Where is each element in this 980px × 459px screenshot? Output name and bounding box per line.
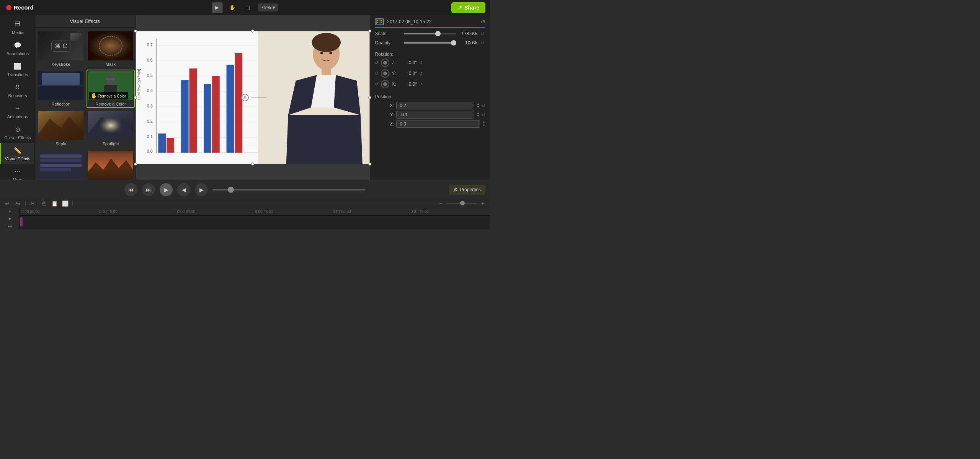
position-z-spinner[interactable]: ▲ ▼ (482, 121, 485, 127)
canvas-frame: 0.7 0.6 0.5 0.4 0.3 0.2 0.1 0.0 (136, 31, 370, 164)
undo-button[interactable]: ↩ (3, 199, 11, 208)
timeline-ruler: 0:00:00;00 0:00:15;00 0:00:30;00 0:00:45… (20, 208, 490, 216)
zoom-track[interactable] (446, 203, 477, 204)
effect-reflection[interactable]: Reflection (37, 70, 85, 108)
play-button[interactable]: ▶ (160, 183, 173, 196)
svg-rect-67 (379, 20, 380, 24)
opacity-value: 100% (459, 40, 477, 46)
sidebar-item-animations[interactable]: → Animations (0, 101, 34, 122)
resize-handle-bm[interactable] (251, 163, 254, 166)
scale-slider[interactable] (404, 33, 456, 34)
mask-thumb (88, 31, 133, 60)
effect-mask[interactable]: Mask (87, 30, 135, 68)
rotation-z-dial[interactable] (381, 59, 389, 67)
playback-thumb[interactable] (228, 187, 234, 193)
sidebar-item-annotations[interactable]: 💬 Annotations (0, 38, 34, 59)
sidebar-item-cursor-effects[interactable]: ⊙ Cursor Effects (0, 122, 34, 143)
rotation-x-axis: X: (392, 81, 399, 87)
position-y-spinner[interactable]: ▲ ▼ (477, 112, 480, 118)
copy-button[interactable]: ⎘ (39, 199, 48, 208)
sidebar-label-transitions: Transitions (7, 72, 28, 77)
opacity-slider[interactable] (404, 42, 456, 44)
rotation-y-dial[interactable] (381, 69, 389, 78)
behaviors-icon: ⠿ (13, 83, 22, 91)
zoom-out-button[interactable]: − (436, 199, 445, 208)
position-y-reset[interactable]: ↺ (482, 112, 485, 117)
effects-panel: Visual Effects ⌘ C Keystroke (34, 15, 136, 180)
x-handle[interactable]: ✕ (241, 94, 266, 101)
rotation-z-ccw[interactable]: ↺ (375, 60, 379, 65)
share-button[interactable]: ↗ Share (451, 2, 485, 13)
track-clip[interactable] (20, 217, 23, 226)
record-button[interactable]: Record (0, 4, 40, 11)
spotlight-label: Spotlight (103, 142, 119, 146)
properties-title: 2017-02-06_10-15-22 (387, 19, 431, 24)
position-z-down[interactable]: ▼ (482, 124, 485, 127)
sidebar-item-media[interactable]: 🎞 Media (0, 17, 34, 38)
properties-reset-icon[interactable]: ↺ (481, 19, 485, 25)
track-controls (7, 223, 13, 230)
opacity-reset[interactable]: ↺ (479, 40, 485, 46)
add-track-button[interactable]: + (7, 208, 13, 214)
effect-item8[interactable] (87, 149, 135, 180)
position-x-spinner[interactable]: ▲ ▼ (477, 103, 480, 109)
position-x-label: X: (375, 103, 394, 108)
expand-track-button[interactable]: ▼ (7, 216, 13, 222)
position-y-down[interactable]: ▼ (477, 115, 480, 118)
sidebar-item-visual-effects[interactable]: ✏️ Visual Effects (0, 143, 34, 164)
zoom-slider-area: − + (436, 199, 487, 208)
step-back-button[interactable]: ⏮ (124, 183, 137, 196)
rotation-y-reset[interactable]: ↺ (419, 71, 423, 76)
rotation-z-reset[interactable]: ↺ (419, 60, 423, 65)
prev-frame-button[interactable]: ◀ (177, 183, 190, 196)
gear-icon: ⚙ (454, 187, 458, 192)
scale-thumb[interactable] (435, 31, 441, 36)
effect-sepia[interactable]: Sepia (37, 109, 85, 148)
rotation-y-axis: Y: (392, 71, 399, 76)
effect-remove-color[interactable]: ✋ Remove a Color Remove a Color (87, 70, 135, 108)
effect-keystroke[interactable]: ⌘ C Keystroke (37, 30, 85, 68)
rotation-x-ccw[interactable]: ↺ (375, 81, 379, 87)
zoom-dropdown-icon[interactable]: ▾ (273, 5, 275, 10)
scale-reset[interactable]: ↺ (479, 31, 485, 37)
resize-handle-bl[interactable] (134, 163, 137, 166)
play-pause-button[interactable]: ⏭ (142, 183, 155, 196)
opacity-thumb[interactable] (451, 40, 456, 46)
sidebar-label-cursor-effects: Cursor Effects (4, 135, 31, 140)
position-x-value: 0.2 (396, 102, 474, 109)
properties-button[interactable]: ⚙ Properties (449, 185, 485, 195)
rotation-x-value: 0.0° (402, 81, 417, 87)
redo-button[interactable]: ↪ (14, 199, 22, 208)
rotation-y-ccw[interactable]: ↺ (375, 71, 379, 76)
pointer-tool[interactable]: ▶ (212, 2, 222, 13)
sidebar-item-behaviors[interactable]: ⠿ Behaviors (0, 80, 34, 101)
zoom-control[interactable]: 75% ▾ (258, 3, 278, 11)
svg-rect-18 (40, 159, 82, 162)
properties-header: 2017-02-06_10-15-22 ↺ (375, 18, 485, 28)
split-button[interactable]: ⬜ (61, 199, 69, 208)
position-x-down[interactable]: ▼ (477, 106, 480, 109)
position-x-reset[interactable]: ↺ (482, 103, 485, 108)
effect-spotlight[interactable]: Spotlight (87, 109, 135, 148)
rotation-x-dial[interactable] (381, 80, 389, 88)
sidebar-item-transitions[interactable]: ⬜ Transitions (0, 59, 34, 80)
hand-tool[interactable]: ✋ (227, 2, 238, 13)
annotations-icon: 💬 (13, 41, 22, 49)
visual-effects-icon: ✏️ (13, 146, 22, 155)
next-frame-button[interactable]: ▶ (195, 183, 208, 196)
rotation-x-reset[interactable]: ↺ (419, 82, 423, 87)
zoom-thumb[interactable] (460, 201, 465, 205)
crop-tool[interactable]: ⬚ (242, 2, 253, 13)
effect-item7[interactable] (37, 149, 85, 180)
sepia-thumb (38, 111, 83, 140)
sidebar: 🎞 Media 💬 Annotations ⬜ Transitions ⠿ Be… (0, 15, 34, 180)
paste-button[interactable]: 📋 (50, 199, 59, 208)
playback-bar: ⏮ ⏭ ▶ ◀ ▶ ⚙ Properties (0, 180, 490, 199)
media-icon: 🎞 (13, 20, 22, 28)
transitions-icon: ⬜ (13, 62, 22, 70)
svg-rect-0 (88, 31, 133, 60)
playback-progress[interactable] (212, 189, 366, 190)
topbar: Record ▶ ✋ ⬚ 75% ▾ ↗ Share (0, 0, 490, 15)
zoom-in-button[interactable]: + (479, 199, 487, 208)
cut-button[interactable]: ✂ (29, 199, 37, 208)
